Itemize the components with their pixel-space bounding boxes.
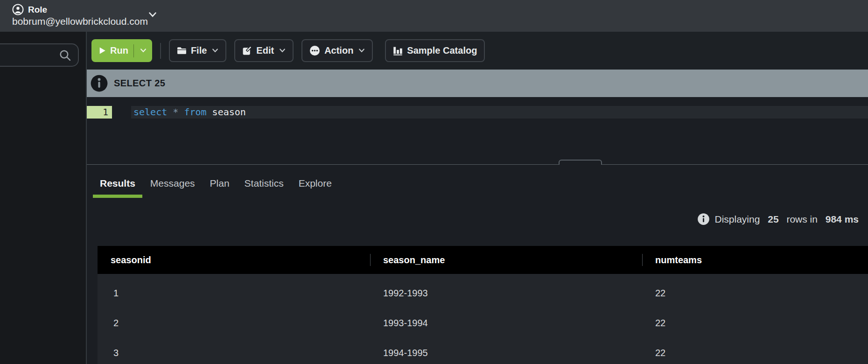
user-email: bobrum@yellowbrickcloud.com: [12, 16, 148, 27]
file-menu-label: File: [191, 45, 207, 56]
info-circle-icon: [90, 74, 108, 92]
file-chevron-down-icon: [212, 48, 218, 53]
results-table-header: seasonid season_name numteams: [98, 246, 868, 274]
cell-season-name: 1994-1995: [370, 348, 642, 358]
gutter-gap: [112, 106, 131, 119]
cell-numteams: 22: [642, 288, 868, 299]
summary-prefix: Displaying: [715, 214, 763, 225]
results-table: seasonid season_name numteams 1 1992-199…: [98, 246, 868, 364]
summary-duration: 984 ms: [826, 214, 859, 225]
table-row[interactable]: 3 1994-1995 22: [98, 338, 868, 364]
pencil-square-icon: [242, 46, 252, 56]
summary-middle: rows in: [784, 214, 820, 225]
bar-chart-icon: [393, 46, 403, 56]
cell-numteams: 22: [642, 318, 868, 329]
code-keyword-select: select: [133, 106, 173, 118]
table-row[interactable]: 2 1993-1994 22: [98, 308, 868, 338]
results-tab-bar: Results Messages Plan Statistics Explore: [93, 175, 339, 198]
tab-statistics[interactable]: Statistics: [238, 175, 291, 198]
action-chevron-down-icon: [358, 48, 365, 53]
tab-messages[interactable]: Messages: [143, 175, 202, 198]
code-operator-star: *: [173, 106, 184, 118]
edit-menu-button[interactable]: Edit: [234, 39, 294, 62]
query-toolbar: Run File: [87, 32, 868, 70]
cell-season-name: 1992-1993: [370, 288, 642, 299]
search-icon: [58, 49, 72, 62]
top-bar: Role bobrum@yellowbrickcloud.com: [0, 0, 868, 32]
column-header-numteams[interactable]: numteams: [642, 246, 868, 274]
play-icon: [99, 47, 106, 55]
sidebar-search-box[interactable]: [0, 43, 79, 67]
tab-results[interactable]: Results: [93, 175, 142, 198]
user-avatar-icon: [12, 4, 24, 15]
sample-catalog-label: Sample Catalog: [407, 45, 477, 56]
results-table-body: 1 1992-1993 22 2 1993-1994 22 3 1994-199…: [98, 274, 868, 364]
edit-chevron-down-icon: [279, 48, 286, 53]
left-sidebar: [0, 32, 87, 364]
run-button-label: Run: [110, 45, 128, 56]
results-summary: Displaying 25 rows in 984 ms: [697, 213, 859, 225]
sample-catalog-button[interactable]: Sample Catalog: [385, 39, 485, 62]
sidebar-search-input[interactable]: [0, 50, 58, 60]
query-status-text: SELECT 25: [114, 78, 165, 89]
code-line-content[interactable]: select * from season: [131, 106, 868, 119]
action-menu-button[interactable]: Action: [301, 39, 373, 62]
cell-numteams: 22: [642, 348, 868, 358]
column-header-seasonid[interactable]: seasonid: [98, 246, 370, 274]
main-panel: Run File: [87, 32, 868, 364]
run-chevron-down-icon[interactable]: [140, 48, 147, 53]
tab-explore[interactable]: Explore: [292, 175, 339, 198]
role-selector[interactable]: Role bobrum@yellowbrickcloud.com: [12, 4, 148, 27]
column-header-season-name[interactable]: season_name: [370, 246, 642, 274]
folder-icon: [177, 47, 187, 55]
code-keyword-from: from: [184, 106, 212, 118]
info-circle-light-icon: [697, 213, 710, 225]
tab-plan[interactable]: Plan: [203, 175, 237, 198]
role-chevron-down-icon[interactable]: [148, 11, 157, 20]
app-window: Role bobrum@yellowbrickcloud.com: [0, 0, 868, 364]
role-label: Role: [28, 5, 47, 15]
run-button[interactable]: Run: [91, 39, 152, 62]
line-number: 1: [87, 106, 112, 119]
query-status-bar: SELECT 25: [87, 70, 868, 97]
run-button-separator: [133, 44, 134, 57]
cell-seasonid: 3: [98, 348, 370, 358]
results-panel: Results Messages Plan Statistics Explore…: [87, 165, 868, 364]
cell-seasonid: 1: [98, 288, 370, 299]
editor-line-1: 1 select * from season: [87, 106, 868, 119]
summary-row-count: 25: [768, 214, 778, 225]
code-identifier-season: season: [212, 106, 246, 118]
ellipsis-circle-icon: [309, 45, 320, 56]
action-menu-label: Action: [324, 45, 353, 56]
sql-editor[interactable]: 1 select * from season: [87, 97, 868, 164]
edit-menu-label: Edit: [256, 45, 274, 56]
toolbar-divider: [160, 43, 161, 59]
cell-seasonid: 2: [98, 318, 370, 329]
cell-season-name: 1993-1994: [370, 318, 642, 329]
file-menu-button[interactable]: File: [169, 39, 226, 62]
table-row[interactable]: 1 1992-1993 22: [98, 278, 868, 308]
